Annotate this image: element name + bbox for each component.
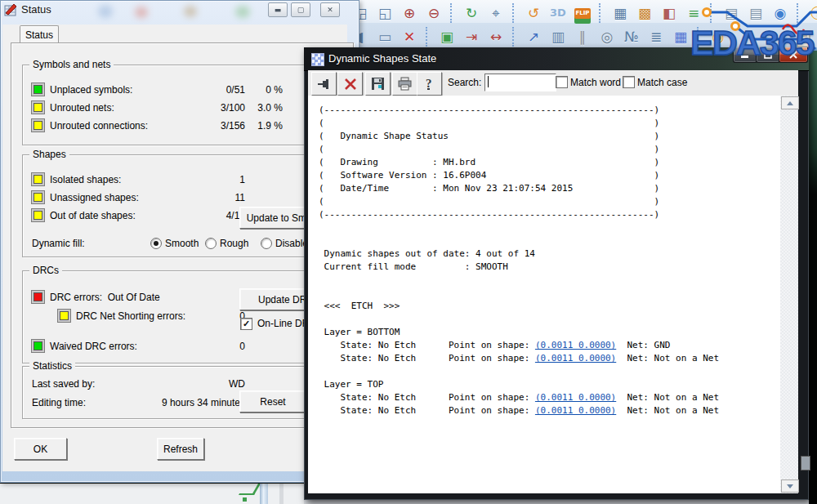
group-drcs: DRCs DRC errors: Out Of Date 0 Update DR… [22,270,345,364]
shape-rect-icon[interactable]: ▭ [374,26,395,47]
color-swatches-icon[interactable]: ▩ [634,2,655,24]
radio-rough[interactable] [205,238,217,249]
row-label: DRC Net Shorting errors: [76,310,185,322]
ds-titlebar[interactable]: Dynamic Shapes State [304,47,809,71]
point-on-shape-link[interactable]: (0.0011 0.0000) [535,353,616,364]
zoom-fit-icon[interactable]: ◱ [374,2,395,24]
notes-icon[interactable]: ≣ [645,26,667,47]
scroll-down-button[interactable] [781,479,799,493]
ds-close-button[interactable] [779,47,808,63]
tab-status[interactable]: Status [20,25,59,44]
status-row-unassigned-shapes: Unassigned shapes: 11 [23,191,344,204]
status-chip [31,118,45,132]
point-on-shape-link[interactable]: (0.0011 0.0000) [535,392,616,403]
ds-toolbar: ? Search: Match word Match case [308,70,798,96]
status-row-isolated-shapes: Isolated shapes: 1 [23,173,344,186]
refresh-button[interactable]: Refresh [157,438,204,460]
row-value: 0 [188,341,245,352]
state-text: State: No Etch Point on shape: [319,353,535,364]
console-line: ( Dynamic Shape Status ) [319,130,719,143]
help-button[interactable]: ? [417,72,442,96]
odb-export-icon[interactable]: ↗ [523,26,544,47]
save-button[interactable] [365,72,391,96]
measure-icon: ↔ [490,26,502,47]
match-case-checkbox[interactable] [623,76,635,88]
drill-table-icon[interactable]: ▥ [547,26,569,47]
world-view-icon[interactable]: ◉ [770,2,791,24]
ds-report-area[interactable]: (---------------------------------------… [308,96,780,493]
dynamic-fill-row: Dynamic fill: Smooth Rough Disabled [23,237,344,250]
print-icon [398,77,412,91]
status-minimize-button[interactable]: ▬ [268,2,288,17]
redraw-icon[interactable]: ↻ [461,2,482,24]
scroll-up-icon [787,101,793,105]
status-window-icon [4,3,17,16]
pin-button[interactable] [311,72,337,96]
assign-color-icon[interactable]: ◧ [659,2,680,24]
point-on-shape-link[interactable]: (0.0011 0.0000) [535,340,616,350]
ok-button[interactable]: OK [14,438,67,460]
align-pin-icon[interactable]: ⇥ [461,26,482,47]
console-line-fill-mode: Current fill mode : SMOOTH [319,261,719,274]
zoom-in-icon[interactable]: ⊕ [399,2,420,24]
info-icon[interactable]: ⓘ [807,2,817,24]
radio-smooth[interactable] [150,238,162,249]
script-key-icon[interactable]: ∥ [572,26,593,47]
net-text: Net: Not on a Net [616,392,719,403]
cm-table-icon[interactable]: ▤ [721,2,742,24]
radio-disabled[interactable] [261,238,272,249]
layer-stack-icon[interactable]: ≡ [683,2,704,24]
zoom-selection-icon[interactable]: ⌖ [485,2,507,24]
flip-board-icon[interactable]: FLIP [572,2,593,24]
camera-snapshot-icon: ◎ [601,26,614,47]
ds-resize-grip[interactable] [801,456,810,471]
tr-marker-icon[interactable]: ◉ [708,26,729,47]
undo-icon[interactable]: ↺ [523,2,544,24]
clear-button[interactable] [337,72,363,96]
search-input[interactable] [484,74,556,91]
ds-console: (---------------------------------------… [319,104,719,417]
zoom-out-icon[interactable]: ⊖ [423,2,444,24]
camera-snapshot-icon[interactable]: ◎ [596,26,618,47]
online-drc-checkbox[interactable]: ✓ [240,318,252,330]
view-3d-icon[interactable]: 3D [547,2,569,24]
screen: ◲◱⊕⊖↻⌖↺3DFLIP▦▩◧≡▤▤◉ⓘ ◖▭✕▣⇥↔↗▥∥◎№≣▦◉ Sta… [0,0,817,504]
board-symbol-icon[interactable]: ▣ [436,26,458,47]
window-grid-icon[interactable]: ▦ [670,26,691,47]
match-word-checkbox[interactable] [556,76,568,88]
row-label: Unplaced symbols: [50,84,132,96]
point-on-shape-link[interactable]: (0.0011 0.0000) [535,405,616,416]
renumber-icon[interactable]: № [621,26,642,47]
window-grid-icon: ▦ [674,26,687,47]
match-word-label: Match word [570,77,621,88]
status-maximize-button[interactable]: ▢ [291,2,310,17]
delete-shape-icon[interactable]: ✕ [399,26,420,47]
ds-scrollbar[interactable] [780,96,798,493]
status-chip [31,339,45,353]
reset-button[interactable]: Reset [239,390,306,413]
row-label: Out of date shapes: [50,210,136,221]
ds-minimize-button[interactable] [733,47,757,63]
delete-x-icon [344,78,357,91]
status-titlebar[interactable]: Status ▬ ▢ ✕ [0,0,359,25]
measure-icon[interactable]: ↔ [485,26,507,47]
group-shapes: Shapes Isolated shapes: 1 Unassigned sha… [22,154,345,257]
shape-rect-icon: ▭ [378,26,391,47]
print-button[interactable] [392,72,417,96]
dfa-table-icon[interactable]: ▤ [745,2,766,24]
row-label: Unassigned shapes: [50,192,139,203]
console-line-state: State: No Etch Point on shape: (0.0011 0… [319,339,719,352]
status-close-button[interactable]: ✕ [320,2,340,17]
info-icon: ⓘ [811,2,817,24]
toolbar-separator [599,3,604,23]
status-row-last-saved: Last saved by: WD [23,377,344,390]
group-statistics: Statistics Last saved by: WD Editing tim… [22,366,345,419]
scroll-up-button[interactable] [781,96,799,109]
ds-maximize-button[interactable] [756,47,780,63]
status-chip [31,290,45,304]
row-value: 4/14 [188,210,245,221]
grid-toggle-icon[interactable]: ▦ [609,2,631,24]
script-key-icon: ∥ [579,26,587,47]
titlebar-blur [184,6,197,17]
status-row-waived-drc: Waived DRC errors: 0 [23,340,344,353]
